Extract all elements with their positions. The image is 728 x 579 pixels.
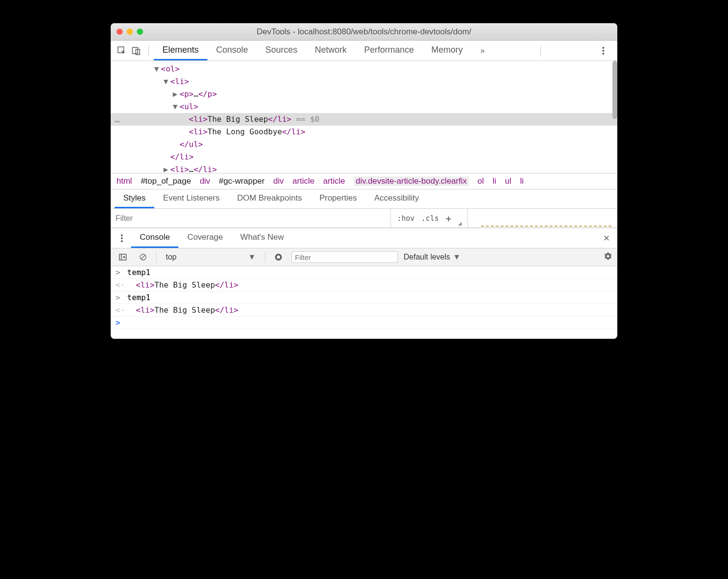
main-tab-network[interactable]: Network [306, 41, 355, 60]
chevron-down-icon: ▼ [248, 253, 256, 261]
output-marker-icon: <· [116, 280, 124, 290]
svg-point-6 [121, 234, 123, 236]
inspect-icon[interactable] [115, 43, 129, 58]
window-controls [116, 29, 143, 35]
breadcrumb: html#top_of_pagediv#gc-wrapperdivarticle… [111, 173, 617, 189]
dom-node[interactable]: ▼<li> [111, 75, 617, 88]
breadcrumb-item[interactable]: article [292, 176, 314, 186]
separator [540, 45, 541, 57]
svg-point-7 [121, 237, 123, 239]
console-context-selector[interactable]: top ▼ [162, 251, 259, 263]
window-title: DevTools - localhost:8080/web/tools/chro… [111, 27, 617, 37]
svg-point-12 [277, 256, 280, 259]
console-sidebar-toggle-icon[interactable] [116, 250, 130, 264]
console-content: temp1 [124, 268, 150, 277]
console-row[interactable]: > [111, 317, 617, 329]
separator [148, 45, 149, 57]
svg-rect-1 [132, 47, 138, 54]
scrollbar-thumb[interactable] [612, 61, 617, 119]
dom-node[interactable]: </ul> [111, 138, 617, 151]
close-window-button[interactable] [116, 29, 123, 35]
close-drawer-button[interactable]: × [599, 232, 613, 245]
svg-point-8 [121, 240, 123, 242]
breadcrumb-item[interactable]: li [493, 176, 496, 186]
console-toolbar: top ▼ Default levels ▼ [111, 248, 617, 266]
devtools-window: DevTools - localhost:8080/web/tools/chro… [111, 23, 617, 339]
dom-node[interactable]: ▶<li>…</li> [111, 163, 617, 173]
main-tab-bar: ElementsConsoleSourcesNetworkPerformance… [111, 41, 617, 61]
titlebar: DevTools - localhost:8080/web/tools/chro… [111, 23, 617, 41]
input-marker-icon: > [116, 268, 124, 277]
levels-label: Default levels [404, 253, 450, 261]
drawer-kebab-icon[interactable] [115, 231, 129, 246]
dom-node[interactable]: ▼<ul> [111, 101, 617, 113]
dom-node[interactable]: … <li>The Big Sleep</li> == $0 [111, 113, 617, 126]
input-marker-icon: > [116, 318, 124, 327]
drawer-tab-coverage[interactable]: Coverage [178, 228, 232, 248]
svg-point-4 [602, 50, 604, 52]
styles-tab-bar: StylesEvent ListenersDOM BreakpointsProp… [111, 189, 617, 208]
ellipsis-icon[interactable]: … [115, 113, 120, 126]
drawer-tab-console[interactable]: Console [131, 228, 178, 248]
breadcrumb-item[interactable]: div [273, 176, 284, 186]
dom-tree[interactable]: ▼<ol> ▼<li> ▶<p>…</p> ▼<ul>… <li>The Big… [111, 61, 617, 173]
console-output[interactable]: >temp1<·<li>The Big Sleep</li>>temp1<·<l… [111, 266, 617, 339]
zoom-window-button[interactable] [137, 29, 143, 35]
styles-filter-input[interactable] [111, 209, 391, 228]
main-tab-console[interactable]: Console [207, 41, 257, 60]
styles-toggle-group: :hov .cls + ◢ [391, 209, 467, 228]
main-tab-sources[interactable]: Sources [257, 41, 306, 60]
kebab-menu-icon[interactable] [596, 43, 611, 58]
breadcrumb-item[interactable]: div [200, 176, 210, 186]
clear-console-icon[interactable] [136, 250, 150, 264]
device-toggle-icon[interactable] [129, 43, 144, 58]
live-expression-icon[interactable] [271, 250, 286, 264]
box-model-hint [481, 226, 612, 229]
chevron-down-icon: ▼ [453, 253, 461, 261]
dom-node[interactable]: <li>The Long Goodbye</li> [111, 126, 617, 138]
breadcrumb-item[interactable]: ul [505, 176, 511, 186]
console-row: <·<li>The Big Sleep</li> [111, 304, 617, 317]
styles-tab-properties[interactable]: Properties [311, 189, 365, 208]
breadcrumb-item[interactable]: ol [478, 176, 484, 186]
context-label: top [166, 253, 176, 261]
input-marker-icon: > [116, 293, 124, 302]
breadcrumb-item[interactable]: li [520, 176, 524, 186]
console-content: <li>The Big Sleep</li> [124, 305, 238, 315]
styles-filter-row: :hov .cls + ◢ [111, 208, 617, 228]
svg-point-3 [602, 47, 604, 49]
console-content: temp1 [124, 293, 150, 302]
breadcrumb-item[interactable]: html [116, 176, 132, 186]
styles-tab-event-listeners[interactable]: Event Listeners [154, 189, 228, 208]
main-tab-performance[interactable]: Performance [355, 41, 422, 60]
breadcrumb-item[interactable]: #top_of_page [141, 176, 191, 186]
styles-tab-dom-breakpoints[interactable]: DOM Breakpoints [228, 189, 310, 208]
dom-node[interactable]: </li> [111, 151, 617, 163]
corner-resize-icon: ◢ [458, 220, 462, 228]
console-row: >temp1 [111, 291, 617, 304]
drawer-tab-what-s-new[interactable]: What's New [232, 228, 292, 248]
minimize-window-button[interactable] [127, 29, 133, 35]
console-row: >temp1 [111, 266, 617, 279]
dom-node[interactable]: ▼<ol> [111, 63, 617, 75]
hov-toggle[interactable]: :hov [397, 214, 414, 223]
console-settings-icon[interactable] [604, 252, 612, 263]
styles-tab-accessibility[interactable]: Accessibility [365, 189, 428, 208]
computed-pane [467, 209, 617, 228]
dom-node[interactable]: ▶<p>…</p> [111, 88, 617, 101]
overflow-tabs-icon[interactable]: » [475, 43, 490, 58]
breadcrumb-item[interactable]: div.devsite-article-body.clearfix [354, 176, 469, 186]
main-tab-elements[interactable]: Elements [154, 41, 207, 60]
log-levels-selector[interactable]: Default levels ▼ [404, 253, 461, 261]
breadcrumb-item[interactable]: article [323, 176, 345, 186]
output-marker-icon: <· [116, 305, 124, 315]
console-filter-input[interactable] [291, 251, 398, 263]
new-style-rule-button[interactable]: + [446, 213, 451, 224]
main-tab-memory[interactable]: Memory [422, 41, 471, 60]
drawer-tab-bar: ConsoleCoverageWhat's New × [111, 228, 617, 248]
cls-toggle[interactable]: .cls [422, 214, 439, 223]
breadcrumb-item[interactable]: #gc-wrapper [219, 176, 265, 186]
styles-tab-styles[interactable]: Styles [115, 189, 154, 208]
elements-panel: ▼<ol> ▼<li> ▶<p>…</p> ▼<ul>… <li>The Big… [111, 61, 617, 173]
console-row: <·<li>The Big Sleep</li> [111, 279, 617, 291]
